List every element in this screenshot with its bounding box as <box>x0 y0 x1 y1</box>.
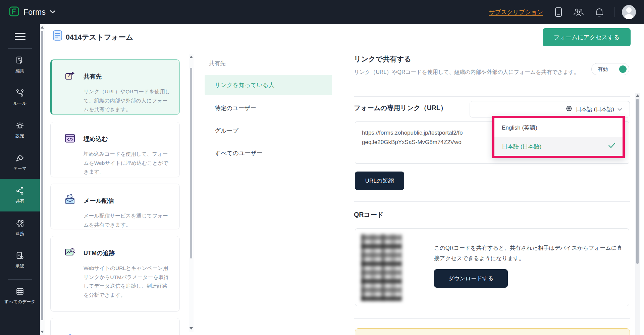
sidebar-item-edit[interactable]: 編集 <box>0 49 40 81</box>
globe-icon <box>566 105 572 113</box>
cards-panel-scrollbar[interactable] <box>189 54 194 332</box>
hamburger-menu-icon[interactable] <box>0 24 40 48</box>
google-tag-manager-icon <box>64 333 76 335</box>
page-title: 0414テストフォーム <box>66 32 133 42</box>
sidebar-item-label: ルール <box>13 101 27 106</box>
card-share-destination[interactable]: 共有先 リンク（URL）やQRコードを使用して、組織の内部や外部の人にフォームを… <box>50 59 180 115</box>
embed-code-icon <box>64 132 76 146</box>
sidebar-item-label: テーマ <box>13 166 27 172</box>
check-icon <box>608 143 615 150</box>
card-google-tag-manager[interactable]: Google タグ マネージャー <box>50 318 180 335</box>
sidebar-item-label: 設定 <box>16 133 24 139</box>
qr-description: このQRコードを共有すると、共有された相手はデバイスからフォームに直接アクセスで… <box>434 243 627 264</box>
qr-download-button[interactable]: ダウンロードする <box>434 269 508 288</box>
sidebar-item-label: 共有 <box>16 198 24 204</box>
subnav-item-specific-users[interactable]: 特定のユーザー <box>205 98 332 118</box>
page-scrollbar[interactable] <box>40 24 45 335</box>
puzzle-icon <box>15 219 24 228</box>
subnav-item-all-users[interactable]: すべてのユーザー <box>205 143 332 163</box>
users-icon[interactable] <box>573 7 585 17</box>
topbar-divider <box>614 7 614 17</box>
email-campaign-icon <box>64 194 76 207</box>
left-sidebar: 編集 ルール 設定 <box>0 24 40 335</box>
paintbrush-icon <box>15 154 24 163</box>
rules-branch-icon <box>15 89 24 98</box>
edit-form-icon <box>15 56 24 65</box>
zoho-forms-share-page: Forms サブスクリプション <box>0 0 644 335</box>
card-utm-tracking[interactable]: UTMの追跡 WebサイトのURLとキャンペーン用リンクからUTMパラメーターを… <box>50 236 180 312</box>
card-title: 共有先 <box>84 73 102 81</box>
sidebar-item-label: 連携 <box>16 231 24 237</box>
chevron-down-icon <box>618 106 622 112</box>
card-title: メール配信 <box>84 197 114 205</box>
card-email-distribution[interactable]: メール配信 メール配信サービスを通じてフォームを共有できます。 <box>50 184 180 229</box>
topbar-actions: サブスクリプション <box>489 0 644 24</box>
data-grid-icon <box>15 287 24 296</box>
chevron-down-icon <box>50 9 56 15</box>
sidebar-item-rules[interactable]: ルール <box>0 81 40 114</box>
utm-analytics-icon <box>64 246 76 260</box>
mobile-app-icon[interactable] <box>554 7 562 17</box>
share-methods-panel: 共有先 リンク（URL）やQRコードを使用して、組織の内部や外部の人にフォームを… <box>50 59 180 335</box>
language-selected-value: 日本語 (日本語) <box>576 106 614 113</box>
qr-code-image-blurred <box>361 234 402 301</box>
brand-name: Forms <box>23 8 46 17</box>
card-description: 埋め込みコードを使用して、フォームをWebサイトに埋め込むことができます。 <box>84 150 171 177</box>
sidebar-item-theme[interactable]: テーマ <box>0 146 40 179</box>
shorten-url-button[interactable]: URLの短縮 <box>355 172 404 190</box>
sidebar-item-share[interactable]: 共有 <box>0 179 40 211</box>
share-out-icon <box>64 70 76 83</box>
subnav-item-anyone-with-link[interactable]: リンクを知っている人 <box>205 75 332 95</box>
annotation-highlight-box: English (英語) 日本語 (日本語) <box>492 116 625 158</box>
qr-code-panel: このQRコードを共有すると、共有された相手はデバイスからフォームに直接アクセスで… <box>355 228 629 306</box>
gear-icon <box>15 121 24 130</box>
avatar[interactable] <box>622 5 636 19</box>
card-description: WebサイトのURLとキャンペーン用リンクからUTMパラメーターを取得してデータ… <box>84 264 171 300</box>
app-switcher[interactable]: Forms <box>9 6 56 18</box>
card-description: リンク（URL）やQRコードを使用して、組織の内部や外部の人にフォームを共有でき… <box>84 87 171 114</box>
top-bar: Forms サブスクリプション <box>0 0 644 24</box>
section-divider <box>354 318 630 319</box>
qr-section-title: QRコード <box>354 210 384 219</box>
sidebar-item-label: すべてのデータ <box>4 299 36 305</box>
sidebar-item-label: 編集 <box>16 68 24 74</box>
sidebar-item-all-data[interactable]: すべてのデータ <box>0 280 40 312</box>
language-option-label: 日本語 (日本語) <box>502 143 541 150</box>
link-share-description: リンク（URL）やQRコードを使用して、組織の内部や外部の人にフォームを共有でき… <box>354 66 589 78</box>
link-share-enabled-toggle[interactable]: 有効 <box>591 63 629 75</box>
notifications-bell-icon[interactable] <box>595 7 604 17</box>
language-option-japanese[interactable]: 日本語 (日本語) <box>494 137 623 156</box>
card-title: UTMの追跡 <box>84 249 115 257</box>
form-document-icon <box>53 30 62 42</box>
forms-logo-icon <box>9 6 19 18</box>
subscription-link[interactable]: サブスクリプション <box>489 8 543 16</box>
section-divider <box>354 96 630 97</box>
toggle-label: 有効 <box>598 66 608 73</box>
sidebar-item-label: 承認 <box>16 264 24 269</box>
share-nodes-icon <box>15 186 24 195</box>
subnav-item-groups[interactable]: グループ <box>205 121 332 141</box>
language-option-english[interactable]: English (英語) <box>494 118 623 137</box>
card-embed[interactable]: 埋め込む 埋め込みコードを使用して、フォームをWebサイトに埋め込むことができま… <box>50 122 180 177</box>
form-url-section-title: フォームの専用リンク（URL） <box>354 103 447 112</box>
card-description: メール配信サービスを通じてフォームを共有できます。 <box>84 211 171 229</box>
sidebar-item-integrations[interactable]: 連携 <box>0 211 40 244</box>
toggle-on-indicator <box>619 65 627 73</box>
notice-box <box>355 328 630 335</box>
card-title: 埋め込む <box>84 135 108 143</box>
access-form-button[interactable]: フォームにアクセスする <box>543 28 631 46</box>
subnav-header: 共有先 <box>209 60 226 67</box>
sidebar-item-settings[interactable]: 設定 <box>0 114 40 146</box>
document-check-icon <box>15 251 24 260</box>
section-divider <box>354 201 630 202</box>
language-selector[interactable]: 日本語 (日本語) <box>470 101 630 117</box>
content-scrollbar[interactable] <box>635 93 640 335</box>
link-share-title: リンクで共有する <box>354 54 411 64</box>
sidebar-item-approvals[interactable]: 承認 <box>0 244 40 277</box>
